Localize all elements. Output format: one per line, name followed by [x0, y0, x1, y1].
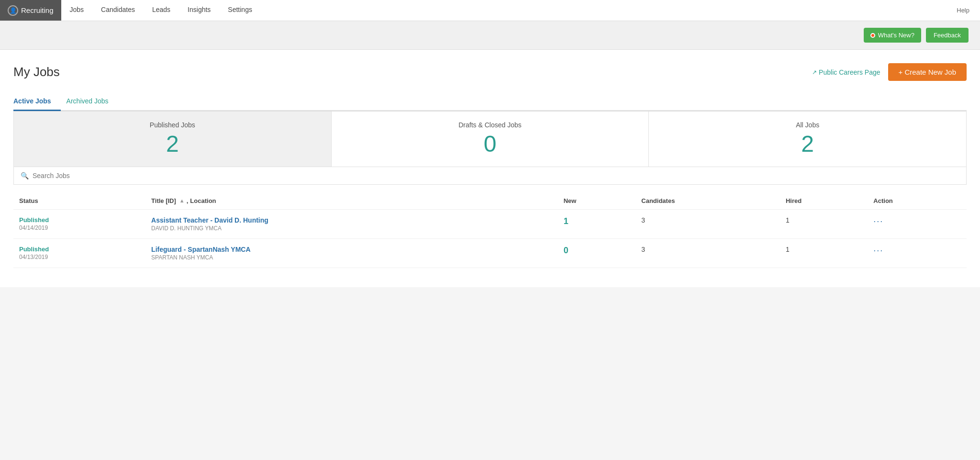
search-container: 🔍 — [13, 167, 967, 185]
create-new-job-button[interactable]: + Create New Job — [888, 63, 967, 81]
action-menu-button-1[interactable]: ··· — [873, 246, 883, 255]
notification-dot — [870, 33, 875, 38]
table-row: Published 04/13/2019 Lifeguard - Spartan… — [13, 238, 967, 268]
cell-status-1: Published 04/13/2019 — [13, 238, 145, 268]
tab-active-jobs[interactable]: Active Jobs — [13, 92, 61, 111]
hired-count-1: 1 — [786, 246, 790, 253]
table-body: Published 04/14/2019 Assistant Teacher -… — [13, 209, 967, 268]
nav-jobs[interactable]: Jobs — [61, 0, 93, 21]
job-location-1: SPARTAN NASH YMCA — [151, 254, 552, 261]
top-navigation: 👤 Recruiting Jobs Candidates Leads Insig… — [0, 0, 980, 21]
search-input[interactable] — [33, 172, 959, 180]
candidates-count-0: 3 — [641, 216, 645, 224]
feedback-button[interactable]: Feedback — [926, 28, 969, 43]
active-jobs-tab-label: Active Jobs — [13, 97, 51, 105]
nav-right: Help — [957, 7, 980, 14]
nav-leads[interactable]: Leads — [144, 0, 179, 21]
cell-candidates-0: 3 — [635, 209, 780, 238]
col-status: Status — [13, 192, 145, 210]
job-title-link-0[interactable]: Assistant Teacher - David D. Hunting — [151, 216, 268, 224]
nav-insights[interactable]: Insights — [179, 0, 219, 21]
archived-jobs-tab-label: Archived Jobs — [67, 97, 109, 105]
new-count-0: 1 — [564, 216, 568, 226]
col-candidates: Candidates — [635, 192, 780, 210]
cell-status-0: Published 04/14/2019 — [13, 209, 145, 238]
stats-row: Published Jobs 2 Drafts & Closed Jobs 0 … — [13, 111, 967, 167]
status-date-0: 04/14/2019 — [19, 224, 140, 231]
jobs-table: Status Title [ID] ▲ , Location New Candi… — [13, 192, 967, 268]
col-new: New — [558, 192, 636, 210]
main-content: My Jobs ↗ Public Careers Page + Create N… — [0, 50, 980, 287]
col-title[interactable]: Title [ID] ▲ , Location — [145, 192, 558, 210]
hired-count-0: 1 — [786, 216, 790, 224]
cell-candidates-1: 3 — [635, 238, 780, 268]
job-title-link-1[interactable]: Lifeguard - SpartanNash YMCA — [151, 246, 250, 253]
public-careers-label: Public Careers Page — [819, 68, 880, 76]
cell-title-1: Lifeguard - SpartanNash YMCA SPARTAN NAS… — [145, 238, 558, 268]
status-date-1: 04/13/2019 — [19, 254, 140, 260]
whats-new-label: What's New? — [878, 32, 914, 39]
nav-settings[interactable]: Settings — [219, 0, 261, 21]
brand-label: Recruiting — [21, 6, 54, 14]
status-label-0: Published — [19, 216, 140, 224]
jobs-tabs: Active Jobs Archived Jobs — [13, 92, 967, 111]
nav-brand[interactable]: 👤 Recruiting — [0, 0, 61, 21]
cell-new-0: 1 — [558, 209, 636, 238]
nav-links: Jobs Candidates Leads Insights Settings — [61, 0, 957, 21]
whats-new-button[interactable]: What's New? — [864, 28, 921, 43]
new-count-1: 0 — [564, 246, 568, 255]
cell-action-0: ··· — [868, 209, 967, 238]
public-careers-button[interactable]: ↗ Public Careers Page — [812, 68, 880, 76]
cell-hired-0: 1 — [780, 209, 868, 238]
cell-action-1: ··· — [868, 238, 967, 268]
page-title: My Jobs — [13, 65, 60, 79]
published-jobs-stat[interactable]: Published Jobs 2 — [14, 112, 332, 167]
sub-header: What's New? Feedback — [0, 21, 980, 50]
user-avatar-icon: 👤 — [8, 5, 18, 16]
cell-hired-1: 1 — [780, 238, 868, 268]
col-action: Action — [868, 192, 967, 210]
cell-title-0: Assistant Teacher - David D. Hunting DAV… — [145, 209, 558, 238]
drafts-closed-stat[interactable]: Drafts & Closed Jobs 0 — [332, 112, 649, 167]
published-jobs-label: Published Jobs — [28, 121, 317, 129]
candidates-count-1: 3 — [641, 246, 645, 253]
help-label[interactable]: Help — [957, 7, 969, 14]
col-hired: Hired — [780, 192, 868, 210]
cell-new-1: 0 — [558, 238, 636, 268]
all-jobs-label: All Jobs — [663, 121, 952, 129]
tab-archived-jobs[interactable]: Archived Jobs — [67, 92, 118, 111]
search-icon: 🔍 — [21, 172, 29, 180]
job-location-0: DAVID D. HUNTING YMCA — [151, 225, 552, 232]
external-link-icon: ↗ — [812, 69, 817, 76]
table-header: Status Title [ID] ▲ , Location New Candi… — [13, 192, 967, 210]
table-row: Published 04/14/2019 Assistant Teacher -… — [13, 209, 967, 238]
feedback-label: Feedback — [934, 32, 961, 39]
create-job-label: + Create New Job — [899, 68, 956, 76]
nav-candidates[interactable]: Candidates — [92, 0, 144, 21]
action-menu-button-0[interactable]: ··· — [873, 216, 883, 226]
all-jobs-stat[interactable]: All Jobs 2 — [649, 112, 966, 167]
sort-icon: ▲ — [179, 198, 185, 203]
all-jobs-value: 2 — [663, 132, 952, 157]
header-actions: ↗ Public Careers Page + Create New Job — [812, 63, 967, 81]
drafts-closed-label: Drafts & Closed Jobs — [346, 121, 635, 129]
drafts-closed-value: 0 — [346, 132, 635, 157]
page-header: My Jobs ↗ Public Careers Page + Create N… — [13, 63, 967, 81]
status-label-1: Published — [19, 246, 140, 253]
published-jobs-value: 2 — [28, 132, 317, 157]
